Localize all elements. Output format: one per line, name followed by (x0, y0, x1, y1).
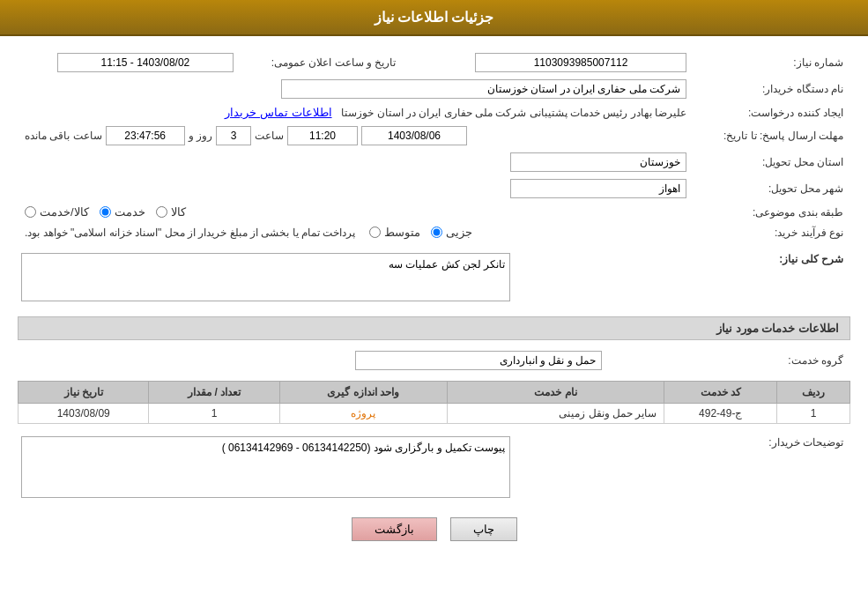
buyer-notes-box: پیوست تکمیل و بارگزاری شود (06134142250 … (21, 436, 510, 501)
remaining-label: ساعت باقی مانده (25, 130, 102, 142)
top-info-table: شماره نیاز: تاریخ و ساعت اعلان عمومی: نا… (18, 49, 850, 242)
description-box: تانکر لجن کش عملیات سه (21, 253, 510, 304)
purchase-jozi[interactable]: جزیی (431, 226, 472, 239)
announce-datetime-input[interactable] (57, 53, 234, 72)
col-need-date: تاریخ نیاز (19, 382, 149, 404)
purchase-type-label: نوع فرآیند خرید: (694, 222, 850, 242)
buyer-notes-table: توضیحات خریدار: پیوست تکمیل و بارگزاری ش… (18, 433, 850, 504)
page-wrapper: جزئیات اطلاعات نیاز شماره نیاز: تاریخ و … (0, 0, 868, 609)
services-section-title: اطلاعات خدمات مورد نیاز (18, 316, 850, 340)
cell-need-date: 1403/08/09 (19, 404, 149, 424)
buyer-notes-label: توضیحات خریدار: (514, 433, 850, 504)
province-label: استان محل تحویل: (694, 149, 850, 175)
category-kala[interactable]: کالا (156, 205, 186, 219)
need-description-cell: تانکر لجن کش عملیات سه (18, 249, 514, 308)
need-description-label: شرح کلی نیاز: (514, 249, 850, 308)
col-row-num: ردیف (777, 382, 850, 404)
cell-unit[interactable]: پروژه (279, 404, 447, 424)
reply-date-input[interactable] (361, 126, 467, 145)
service-group-cell (18, 347, 605, 374)
category-kala-khadamat[interactable]: کالا/خدمت (25, 205, 89, 219)
city-label: شهر محل تحویل: (694, 175, 850, 202)
reply-remaining-input[interactable] (106, 126, 185, 145)
reply-days-input[interactable] (216, 126, 251, 145)
province-cell (18, 149, 694, 175)
province-input[interactable] (510, 152, 686, 172)
col-service-code: کد خدمت (664, 382, 777, 404)
need-number-input[interactable] (475, 53, 686, 72)
cell-row-num: 1 (777, 404, 850, 424)
need-description-textarea[interactable]: تانکر لجن کش عملیات سه (21, 253, 510, 301)
days-unit-label: روز و (189, 130, 212, 142)
creator-cell: علیرضا بهادر رئیس خدمات پشتیبانی شرکت مل… (18, 102, 694, 123)
back-button[interactable]: بازگشت (352, 517, 437, 541)
reply-time-input[interactable] (287, 126, 358, 145)
buyer-org-cell (18, 76, 694, 102)
city-cell (18, 175, 694, 202)
category-cell: کالا/خدمت خدمت کالا (18, 202, 694, 222)
cell-quantity: 1 (149, 404, 279, 424)
bottom-buttons: چاپ بازگشت (18, 517, 850, 559)
time-label: ساعت (255, 130, 284, 142)
table-row: 1 ج-49-492 سایر حمل ونقل زمینی پروژه 1 1… (19, 404, 850, 424)
service-group-table: گروه خدمت: (18, 347, 850, 374)
description-table: شرح کلی نیاز: تانکر لجن کش عملیات سه (18, 249, 850, 308)
service-group-input[interactable] (355, 351, 602, 370)
purchase-motevaset[interactable]: متوسط (369, 226, 420, 239)
contact-link[interactable]: اطلاعات تماس خریدار (225, 106, 331, 119)
category-khadamat[interactable]: خدمت (100, 205, 145, 219)
buyer-notes-cell: پیوست تکمیل و بارگزاری شود (06134142250 … (18, 433, 514, 504)
col-service-name: نام خدمت (447, 382, 664, 404)
print-button[interactable]: چاپ (450, 517, 517, 541)
service-group-label: گروه خدمت: (605, 347, 850, 374)
buyer-org-input[interactable] (281, 79, 686, 99)
reply-deadline-cell: ساعت باقی مانده روز و ساعت (18, 123, 694, 149)
cell-service-code: ج-49-492 (664, 404, 777, 424)
need-number-label: شماره نیاز: (694, 49, 850, 76)
buyer-org-label: نام دستگاه خریدار: (694, 76, 850, 102)
services-table: ردیف کد خدمت نام خدمت واحد اندازه گیری ت… (18, 381, 850, 424)
reply-deadline-label: مهلت ارسال پاسخ: تا تاریخ: (694, 123, 850, 149)
purchase-type-cell: پرداخت تمام یا بخشی از مبلغ خریدار از مح… (18, 222, 694, 242)
col-unit: واحد اندازه گیری (279, 382, 447, 404)
page-header: جزئیات اطلاعات نیاز (0, 0, 868, 36)
announce-datetime-label: تاریخ و ساعت اعلان عمومی: (241, 49, 404, 76)
main-content: شماره نیاز: تاریخ و ساعت اعلان عمومی: نا… (0, 36, 868, 572)
creator-value: علیرضا بهادر رئیس خدمات پشتیبانی شرکت مل… (341, 107, 686, 119)
need-number-cell (429, 49, 694, 76)
col-quantity: تعداد / مقدار (149, 382, 279, 404)
buyer-notes-textarea[interactable]: پیوست تکمیل و بارگزاری شود (06134142250 … (21, 436, 510, 498)
cell-service-name: سایر حمل ونقل زمینی (447, 404, 664, 424)
city-input[interactable] (510, 179, 686, 198)
creator-label: ایجاد کننده درخواست: (694, 102, 850, 123)
purchase-type-note: پرداخت تمام یا بخشی از مبلغ خریدار از مح… (25, 227, 355, 239)
page-title: جزئیات اطلاعات نیاز (375, 10, 494, 25)
category-label: طبقه بندی موضوعی: (694, 202, 850, 222)
announce-datetime-cell (18, 49, 241, 76)
